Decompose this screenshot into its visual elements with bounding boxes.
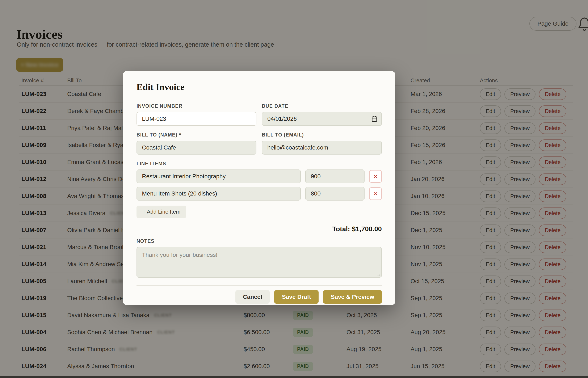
edit-invoice-modal: Edit Invoice Invoice Number Due Date Bil… <box>123 71 395 305</box>
invoice-number-label: Invoice Number <box>136 103 256 109</box>
notes-placeholder: Thank you for your business! <box>142 252 218 258</box>
modal-footer-divider <box>136 285 382 286</box>
due-date-label: Due Date <box>262 103 382 109</box>
notes-textarea[interactable]: Thank you for your business! <box>136 247 382 278</box>
invoice-number-input[interactable] <box>136 112 256 126</box>
notes-label: Notes <box>136 238 382 244</box>
bill-to-name-input[interactable] <box>136 141 256 155</box>
line-items-list: ×× <box>136 169 382 201</box>
line-item-row: × <box>136 187 382 201</box>
bill-to-email-input[interactable] <box>262 141 382 155</box>
add-line-item-button[interactable]: + Add Line Item <box>136 206 186 218</box>
resize-handle-icon[interactable] <box>376 272 380 276</box>
save-preview-button[interactable]: Save & Preview <box>323 290 382 304</box>
modal-title: Edit Invoice <box>136 82 382 92</box>
due-date-input[interactable] <box>262 112 382 126</box>
line-item-description-input[interactable] <box>136 187 301 201</box>
remove-line-item-button[interactable]: × <box>369 170 382 183</box>
line-item-amount-input[interactable] <box>305 169 365 183</box>
line-item-description-input[interactable] <box>136 169 301 183</box>
cancel-button[interactable]: Cancel <box>235 290 270 304</box>
bottom-edge-bar <box>0 376 588 378</box>
save-draft-button[interactable]: Save Draft <box>274 290 319 304</box>
invoice-total: Total: $1,700.00 <box>136 225 382 233</box>
line-item-amount-input[interactable] <box>305 187 365 201</box>
bill-to-name-label: Bill To (Name) * <box>136 132 256 138</box>
line-item-row: × <box>136 169 382 183</box>
remove-line-item-button[interactable]: × <box>369 187 382 200</box>
line-items-label: Line Items <box>136 161 382 166</box>
calendar-icon[interactable] <box>372 116 377 122</box>
bill-to-email-label: Bill To (Email) <box>262 132 382 138</box>
